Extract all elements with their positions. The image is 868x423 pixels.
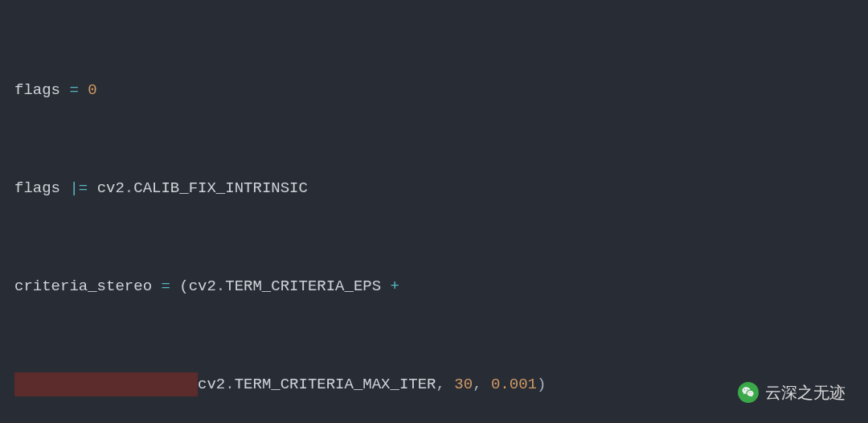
code-token: . (216, 277, 225, 295)
code-token: = (69, 81, 78, 99)
code-token: (cv2 (170, 277, 216, 295)
code-token (79, 81, 88, 99)
code-editor[interactable]: flags = 0 flags |= cv2.CALIB_FIX_INTRINS… (0, 0, 868, 423)
code-token: flags (14, 179, 69, 197)
code-token: cv2 (88, 179, 125, 197)
wechat-icon (738, 382, 759, 403)
code-token: 0 (88, 81, 96, 99)
code-line-1: flags = 0 (0, 78, 868, 103)
code-token: TERM_CRITERIA_MAX_ITER (235, 376, 436, 393)
code-token: TERM_CRITERIA_EPS (225, 277, 390, 295)
code-token: 30 (454, 376, 473, 393)
code-token: . (125, 179, 133, 197)
code-token: |= (69, 179, 88, 197)
code-indent (14, 376, 198, 393)
code-token: , (473, 376, 491, 393)
code-line-2: flags |= cv2.CALIB_FIX_INTRINSIC (0, 176, 868, 201)
code-token: flags (14, 81, 69, 99)
code-token: . (225, 376, 234, 393)
watermark-text: 云深之无迹 (765, 380, 845, 405)
code-token: CALIB_FIX_INTRINSIC (133, 179, 308, 197)
code-token: , (436, 376, 455, 393)
code-token: 0.001 (491, 376, 537, 393)
code-token: = (161, 277, 170, 295)
code-token: cv2 (198, 376, 225, 393)
code-token: criteria_stereo (14, 277, 161, 295)
code-token: + (391, 277, 399, 295)
code-line-3: criteria_stereo = (cv2.TERM_CRITERIA_EPS… (0, 274, 868, 299)
code-token: ) (537, 376, 546, 393)
watermark: 云深之无迹 (738, 380, 845, 405)
error-highlight (14, 372, 198, 396)
